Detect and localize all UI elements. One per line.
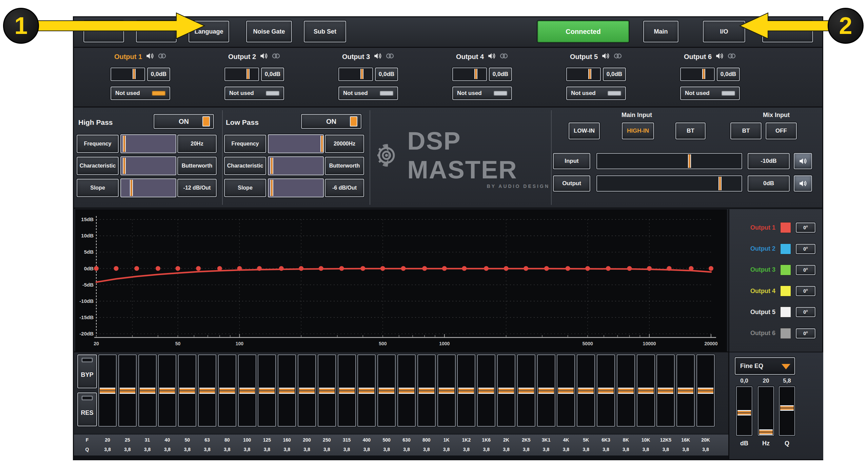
link-icon[interactable] [272,53,280,60]
eq-band-handle[interactable] [199,388,215,394]
phase-button[interactable]: 0° [796,265,815,275]
speaker-icon[interactable] [259,52,268,62]
output-gain-handle[interactable] [474,69,477,79]
phase-button[interactable]: 0° [796,244,815,254]
eq-band-slider-20K[interactable] [696,354,715,427]
phase-button[interactable]: 0° [796,222,815,233]
eq-band-slider-125[interactable] [258,354,276,427]
eq-bypass-button[interactable]: BYP [77,354,97,388]
eq-band-handle[interactable] [140,388,155,394]
output-gain-handle[interactable] [246,69,250,79]
speaker-icon[interactable] [373,52,382,62]
output-mode-toggle[interactable]: Not used [452,86,512,100]
filter-slider-handle[interactable] [320,136,323,152]
eq-band-handle[interactable] [698,388,713,394]
link-icon[interactable] [727,53,736,60]
frequency-response-graph[interactable]: 15dB10dB5dB0dB-5dB-10dB-15dB-20dB2050100… [75,209,727,352]
output-gain-slider[interactable] [111,67,145,81]
output-gain-handle[interactable] [588,69,591,79]
eq-band-slider-250[interactable] [318,354,336,427]
output-mode-toggle[interactable]: Not used [111,86,170,100]
output-mode-toggle[interactable]: Not used [224,86,284,100]
output-gain-slider[interactable] [452,67,487,81]
eq-band-slider-1K[interactable] [437,354,456,427]
eq-band-slider-8K[interactable] [617,354,635,427]
sub-set-button[interactable]: Sub Set [304,21,346,42]
eq-band-slider-2K5[interactable] [517,354,535,427]
eq-band-slider-2K[interactable] [497,354,515,427]
eq-band-slider-630[interactable] [397,354,416,427]
legend-color-swatch[interactable] [780,286,791,296]
eq-band-handle[interactable] [299,388,315,394]
eq-band-handle[interactable] [339,388,355,394]
eq-band-slider-4K[interactable] [557,354,575,427]
filter-row-slider[interactable] [268,156,324,175]
filter-row-label[interactable]: Frequency [224,135,266,153]
eq-band-slider-12K5[interactable] [656,354,675,427]
eq-band-handle[interactable] [518,388,534,394]
noise-gate-button[interactable]: Noise Gate [246,21,292,42]
filter-row-label[interactable]: Frequency [77,135,119,153]
output-gain-slider[interactable] [566,67,601,81]
eq-band-slider-31[interactable] [138,354,157,427]
fine-hz-handle[interactable] [759,429,773,435]
eq-band-slider-63[interactable] [198,354,216,427]
fine-eq-dropdown[interactable]: Fine EQ [735,357,795,375]
output-gain-slider[interactable] [338,67,373,81]
high-in-button[interactable]: HIGH-IN [622,122,654,139]
eq-band-slider-160[interactable] [278,354,296,427]
eq-band-slider-500[interactable] [377,354,396,427]
filter-row-label[interactable]: Slope [77,179,119,197]
fine-q-slider[interactable] [779,386,795,436]
eq-band-handle[interactable] [578,388,594,394]
io-slider-handle[interactable] [718,177,722,190]
eq-band-slider-1K6[interactable] [477,354,495,427]
main-button[interactable]: Main [643,21,678,42]
eq-band-handle[interactable] [439,388,454,394]
eq-band-handle[interactable] [618,388,634,394]
link-icon[interactable] [499,53,508,60]
fine-db-handle[interactable] [737,410,751,415]
link-icon[interactable] [613,53,622,60]
eq-band-slider-200[interactable] [298,354,316,427]
low-pass-on-toggle[interactable]: ON [301,114,361,129]
output-gain-handle[interactable] [360,69,363,79]
legend-color-swatch[interactable] [780,244,791,254]
eq-band-handle[interactable] [279,388,295,394]
eq-band-handle[interactable] [638,388,654,394]
eq-band-slider-16K[interactable] [676,354,695,427]
legend-color-swatch[interactable] [780,222,791,233]
eq-band-slider-100[interactable] [238,354,256,427]
filter-slider-handle[interactable] [123,158,126,174]
eq-band-handle[interactable] [319,388,335,394]
eq-band-handle[interactable] [359,388,374,394]
phase-button[interactable]: 0° [796,328,815,338]
eq-reset-button[interactable]: RES [77,392,97,426]
link-icon[interactable] [158,53,166,60]
eq-band-handle[interactable] [120,388,135,394]
filter-row-label[interactable]: Slope [224,179,266,197]
eq-band-slider-3K1[interactable] [537,354,555,427]
mix-off-button[interactable]: OFF [766,122,797,139]
eq-band-handle[interactable] [379,388,394,394]
main-bt-button[interactable]: BT [675,122,706,139]
phase-button[interactable]: 0° [796,307,815,317]
link-icon[interactable] [386,53,394,60]
output-mode-toggle[interactable]: Not used [338,86,398,100]
eq-band-handle[interactable] [419,388,434,394]
output-gain-slider[interactable] [680,67,715,81]
mute-speaker-button[interactable] [794,153,812,169]
phase-button[interactable]: 0° [796,286,815,296]
filter-slider-handle[interactable] [123,136,126,152]
fine-q-handle[interactable] [780,405,794,411]
eq-band-handle[interactable] [458,388,474,394]
filter-slider-handle[interactable] [130,180,133,196]
filter-slider-handle[interactable] [270,180,273,196]
eq-band-handle[interactable] [100,388,115,394]
eq-band-slider-10K[interactable] [637,354,655,427]
filter-row-slider[interactable] [268,178,324,197]
filter-row-label[interactable]: Characteristic [224,157,266,175]
eq-band-handle[interactable] [538,388,554,394]
mute-speaker-button[interactable] [794,175,812,192]
eq-band-slider-1K2[interactable] [457,354,475,427]
